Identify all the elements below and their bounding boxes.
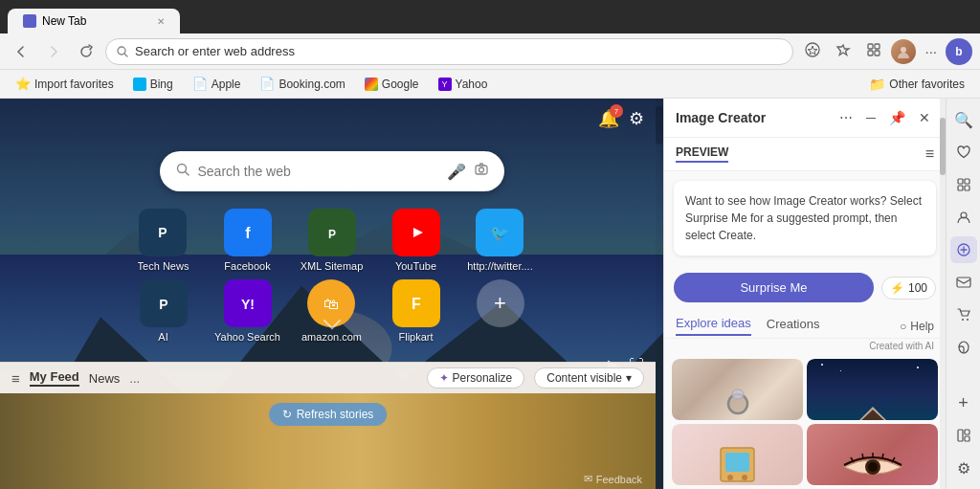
search-bar[interactable]: 🎤 bbox=[160, 151, 504, 191]
flipkart-icon: F bbox=[392, 279, 440, 327]
back-button[interactable] bbox=[8, 40, 34, 63]
bing-icon bbox=[133, 78, 146, 91]
app-xml-sitemap[interactable]: P XML Sitemap bbox=[301, 209, 364, 272]
feedback-label: Feedback bbox=[596, 474, 642, 485]
svg-point-24 bbox=[479, 167, 483, 172]
panel-close-button[interactable]: ✕ bbox=[915, 108, 934, 127]
panel-minimize-button[interactable]: ─ bbox=[862, 108, 880, 127]
image-card-ring[interactable] bbox=[672, 359, 803, 420]
bookmark-import-favorites[interactable]: ⭐ Import favorites bbox=[8, 74, 122, 94]
svg-text:🐦: 🐦 bbox=[490, 224, 509, 242]
app-label: Yahoo Search bbox=[214, 331, 280, 343]
chevron-down-icon: ▾ bbox=[626, 371, 632, 385]
preview-menu-icon[interactable]: ≡ bbox=[925, 145, 934, 163]
eco-button[interactable] bbox=[950, 334, 977, 361]
collections-side-button[interactable] bbox=[950, 171, 977, 198]
camera-search-icon[interactable] bbox=[474, 162, 489, 181]
address-bar[interactable]: Search or enter web address bbox=[105, 38, 793, 65]
surprise-me-button[interactable]: Surprise Me bbox=[674, 273, 874, 302]
help-label: Help bbox=[910, 320, 934, 333]
svg-line-56 bbox=[862, 454, 863, 458]
app-facebook[interactable]: f Facebook bbox=[224, 209, 272, 272]
panel-scrollbar[interactable] bbox=[940, 99, 946, 489]
app-youtube[interactable]: YouTube bbox=[392, 209, 440, 272]
other-favorites-button[interactable]: 📁 Other favorites bbox=[861, 74, 972, 95]
tab-creations[interactable]: Creations bbox=[767, 317, 820, 335]
refresh-button[interactable] bbox=[73, 40, 100, 63]
bookmark-google[interactable]: Google bbox=[357, 75, 427, 94]
refresh-stories-button[interactable]: ↻ Refresh stories bbox=[269, 403, 388, 426]
tab-help[interactable]: ○ Help bbox=[900, 320, 934, 333]
shopping-button[interactable] bbox=[950, 301, 977, 328]
svg-rect-60 bbox=[958, 179, 963, 184]
active-tab[interactable]: New Tab ✕ bbox=[8, 9, 180, 33]
svg-line-58 bbox=[882, 454, 883, 458]
app-twitter[interactable]: 🐦 http://twitter.... bbox=[467, 209, 532, 272]
my-feed-tab[interactable]: My Feed bbox=[30, 369, 79, 387]
outlook-button[interactable] bbox=[950, 269, 977, 296]
bookmark-label: Apple bbox=[212, 78, 241, 91]
profile-button[interactable] bbox=[950, 204, 977, 231]
microphone-icon[interactable]: 🎤 bbox=[447, 163, 466, 181]
image-card-cabin[interactable] bbox=[807, 359, 938, 420]
bookmark-apple[interactable]: 📄 Apple bbox=[185, 74, 249, 94]
svg-point-7 bbox=[901, 47, 906, 53]
app-ai[interactable]: P AI bbox=[140, 279, 188, 343]
svg-rect-66 bbox=[957, 278, 970, 287]
user-avatar[interactable] bbox=[891, 39, 916, 64]
tab-close-button[interactable]: ✕ bbox=[157, 16, 165, 27]
bookmark-booking[interactable]: 📄 Booking.com bbox=[252, 74, 352, 94]
page-settings-button[interactable]: ⚙ bbox=[629, 108, 644, 129]
forward-button[interactable] bbox=[40, 40, 67, 63]
news-tab[interactable]: News bbox=[89, 371, 121, 386]
favorites-button[interactable] bbox=[830, 37, 857, 65]
more-tabs-button[interactable]: ... bbox=[129, 371, 140, 386]
collapse-button[interactable] bbox=[323, 317, 342, 334]
copilot-button[interactable] bbox=[950, 236, 977, 263]
app-tech-news[interactable]: P Tech News bbox=[138, 209, 189, 272]
description-text: Want to see how Image Creator works? Sel… bbox=[685, 194, 922, 242]
svg-line-1 bbox=[124, 54, 127, 56]
svg-text:P: P bbox=[159, 297, 167, 312]
image-card-retro[interactable] bbox=[672, 424, 803, 485]
bookmark-bing[interactable]: Bing bbox=[125, 75, 181, 94]
add-sidebar-button[interactable]: + bbox=[950, 389, 977, 416]
svg-text:Y!: Y! bbox=[241, 297, 255, 312]
settings-button[interactable]: ⚙ bbox=[950, 455, 977, 481]
heart-button[interactable] bbox=[950, 139, 977, 166]
content-visible-button[interactable]: Content visible ▾ bbox=[534, 367, 644, 389]
zoom-in-button[interactable]: 🔍 bbox=[950, 106, 977, 133]
svg-rect-62 bbox=[958, 186, 963, 190]
tab-favicon bbox=[23, 14, 36, 28]
panel-pin-button[interactable]: 📌 bbox=[885, 108, 909, 127]
app-flipkart[interactable]: F Flipkart bbox=[392, 279, 440, 343]
add-icon: + bbox=[477, 279, 524, 327]
new-tab-search: 🎤 bbox=[160, 151, 504, 191]
notification-bell[interactable]: 🔔 7 bbox=[598, 108, 619, 129]
navigation-bar: Search or enter web address ··· b bbox=[0, 33, 980, 70]
help-circle-icon: ○ bbox=[900, 320, 906, 333]
search-input[interactable] bbox=[198, 164, 439, 179]
app-yahoo-search[interactable]: Y! Yahoo Search bbox=[214, 279, 280, 343]
page-scrollbar[interactable] bbox=[656, 99, 663, 489]
svg-point-51 bbox=[727, 475, 733, 480]
feedback-button[interactable]: ✉ Feedback bbox=[584, 473, 642, 485]
add-shortcut-button[interactable]: + bbox=[477, 279, 524, 343]
feed-menu-icon[interactable]: ≡ bbox=[11, 370, 20, 387]
personalize-button[interactable]: ✦ Personalize bbox=[427, 367, 525, 389]
star-button[interactable] bbox=[799, 37, 826, 65]
collections-button[interactable] bbox=[860, 37, 887, 65]
preview-label: PREVIEW bbox=[676, 145, 728, 163]
yahoo-icon: Y bbox=[438, 78, 452, 91]
bing-copilot-button[interactable]: b bbox=[946, 38, 972, 65]
notification-badge: 7 bbox=[610, 104, 623, 118]
eyes-image bbox=[807, 424, 938, 485]
more-options-button[interactable]: ··· bbox=[920, 39, 942, 63]
app-label: Tech News bbox=[138, 260, 189, 272]
panel-more-button[interactable]: ⋯ bbox=[835, 108, 857, 127]
bookmark-yahoo[interactable]: Y Yahoo bbox=[431, 75, 496, 94]
image-card-eyes[interactable] bbox=[807, 424, 938, 485]
tab-explore-ideas[interactable]: Explore ideas bbox=[676, 316, 751, 336]
ring-image bbox=[672, 359, 803, 420]
layout-button[interactable] bbox=[950, 422, 977, 449]
